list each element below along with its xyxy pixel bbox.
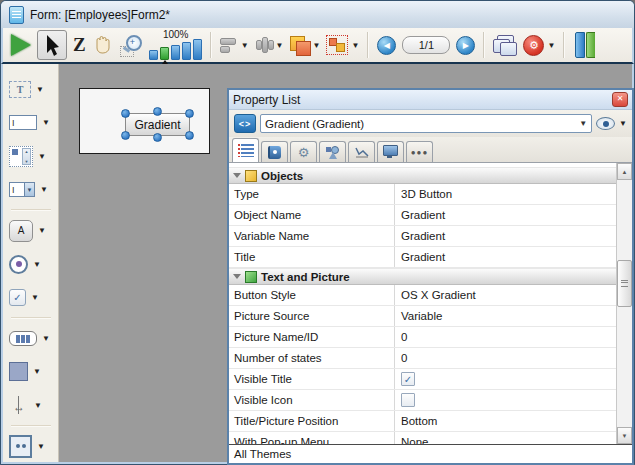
objects-cube-icon	[245, 170, 257, 182]
close-icon[interactable]: ✕	[612, 92, 628, 107]
object-selector-value: Gradient (Gradient)	[265, 118, 579, 130]
chevron-down-icon: ▼	[37, 442, 45, 451]
zoom-magnifier-icon: +	[120, 33, 144, 57]
listbox-tool[interactable]: ▲▼▼	[6, 141, 55, 172]
buttongrid-tool[interactable]: ▼	[6, 323, 55, 354]
previous-page-button[interactable]: ◀	[377, 36, 396, 55]
chevron-down-icon: ▼	[31, 293, 39, 302]
rectangle-tool[interactable]: ▼	[6, 356, 55, 387]
text-tool[interactable]: T▼	[6, 74, 55, 105]
tab-display[interactable]	[377, 141, 404, 162]
property-list-scrollbar[interactable]: ▲ ▼	[616, 163, 632, 444]
shapes-icon	[326, 146, 340, 159]
selection-handle[interactable]	[153, 107, 162, 116]
tab-resizing[interactable]	[348, 141, 375, 162]
next-page-button[interactable]: ▶	[456, 36, 475, 55]
selection-handle[interactable]	[121, 109, 130, 118]
property-row-with-popup-menu[interactable]: With Pop-up Menu None	[229, 432, 616, 444]
monitor-icon	[383, 145, 398, 156]
entry-order-button[interactable]: Z	[73, 34, 86, 56]
property-row-visible-icon[interactable]: Visible Icon	[229, 390, 616, 411]
radio-tool[interactable]: ▼	[6, 248, 55, 279]
display-views-button[interactable]	[493, 35, 517, 55]
tab-action[interactable]: ⚙	[290, 141, 317, 162]
selection-handle[interactable]	[153, 133, 162, 142]
property-list-titlebar[interactable]: Property List ✕	[229, 90, 632, 110]
visible-title-checkbox[interactable]	[401, 372, 415, 386]
section-label: Objects	[261, 170, 303, 182]
chevron-down-icon[interactable]: ▼	[619, 119, 627, 128]
window-title: Form: [Employees]Form2*	[30, 8, 170, 22]
object-prev-next-button[interactable]: <>	[234, 114, 256, 133]
move-hand-icon	[92, 34, 114, 56]
selection-handle[interactable]	[121, 131, 130, 140]
chevron-down-icon: ▼	[33, 260, 41, 269]
tab-properties-list[interactable]	[232, 138, 259, 162]
zoom-tool-button[interactable]: +	[120, 33, 144, 57]
plugin-tool[interactable]: ▼	[6, 431, 55, 462]
property-row-object-name[interactable]: Object Name Gradient	[229, 205, 616, 226]
section-header-text-and-picture[interactable]: Text and Picture	[229, 268, 616, 285]
input-tool[interactable]: I▼	[6, 107, 55, 138]
group-button[interactable]: ▼	[326, 35, 359, 55]
eye-icon[interactable]	[596, 117, 615, 130]
chevron-down-icon: ▼	[313, 41, 321, 50]
property-row-visible-title[interactable]: Visible Title	[229, 369, 616, 390]
page-indicator[interactable]: 1/1	[402, 36, 450, 54]
tab-more[interactable]: ●●●	[406, 141, 433, 162]
library-books-icon[interactable]	[575, 32, 595, 58]
move-tool-button[interactable]	[92, 34, 114, 56]
checkbox-tool[interactable]: ✓▼	[6, 282, 55, 313]
display-views-icon	[493, 35, 517, 55]
run-button[interactable]	[11, 34, 31, 56]
settings-button[interactable]: ⚙▼	[523, 35, 555, 56]
selection-handle[interactable]	[185, 109, 194, 118]
distribute-button[interactable]: ▼	[255, 37, 284, 53]
tab-coordinates[interactable]	[261, 141, 288, 162]
property-row-title-picture-position[interactable]: Title/Picture Position Bottom	[229, 411, 616, 432]
align-button[interactable]: ▼	[220, 37, 249, 53]
toolbar-separator	[563, 32, 565, 58]
property-list-tabs: ⚙ ●●●	[229, 137, 632, 163]
object-selector-dropdown[interactable]: Gradient (Gradient) ▼	[260, 114, 592, 133]
align-icon	[220, 37, 238, 53]
section-label: Text and Picture	[261, 271, 350, 283]
section-header-objects[interactable]: Objects	[229, 167, 616, 184]
scrollbar-thumb[interactable]	[617, 260, 632, 307]
palette-separator	[11, 209, 51, 211]
title-bar[interactable]: Form: [Employees]Form2*	[1, 1, 634, 28]
property-row-number-of-states[interactable]: Number of states 0	[229, 348, 616, 369]
property-row-title[interactable]: Title Gradient	[229, 247, 616, 268]
scroll-up-icon[interactable]: ▲	[617, 163, 632, 180]
chart-icon	[355, 146, 369, 158]
group-icon	[326, 35, 348, 55]
property-row-button-style[interactable]: Button Style OS X Gradient	[229, 285, 616, 306]
scroll-down-icon[interactable]: ▼	[617, 427, 632, 444]
property-list-body: Objects Type 3D Button Object Name Gradi…	[229, 163, 632, 444]
property-list-nav-row: <> Gradient (Gradient) ▼ ▼	[229, 110, 632, 137]
combobox-tool[interactable]: I▼▼	[6, 174, 55, 205]
level-button[interactable]: ▼	[290, 36, 321, 54]
chevron-down-icon: ▼	[276, 41, 284, 50]
property-row-picture-source[interactable]: Picture Source Variable	[229, 306, 616, 327]
selection-tool-button[interactable]	[37, 30, 67, 60]
property-row-variable-name[interactable]: Variable Name Gradient	[229, 226, 616, 247]
button-tool-icon: A	[9, 220, 33, 242]
splitter-tool[interactable]: ↔▼	[6, 390, 55, 421]
tab-appearance[interactable]	[319, 141, 346, 162]
zoom-level-control[interactable]: 100%	[150, 30, 202, 60]
selection-handle[interactable]	[185, 131, 194, 140]
chevron-down-icon: ▼	[547, 41, 555, 50]
form-page-area[interactable]: Gradient	[79, 88, 210, 154]
property-row-type[interactable]: Type 3D Button	[229, 184, 616, 205]
form-document-icon	[9, 6, 24, 24]
property-row-picture-name-id[interactable]: Picture Name/ID 0	[229, 327, 616, 348]
themes-footer[interactable]: All Themes	[229, 444, 632, 463]
button-tool[interactable]: A▼	[6, 215, 55, 246]
plugin-tool-icon	[9, 435, 32, 458]
settings-gear-icon: ⚙	[523, 35, 544, 56]
splitter-tool-icon: ↔	[9, 396, 29, 414]
scrollbar-track[interactable]	[617, 180, 632, 427]
main-toolbar: Z + 100% ▼ ▼ ▼ ▼ ◀	[1, 28, 634, 64]
visible-icon-checkbox[interactable]	[401, 393, 415, 407]
